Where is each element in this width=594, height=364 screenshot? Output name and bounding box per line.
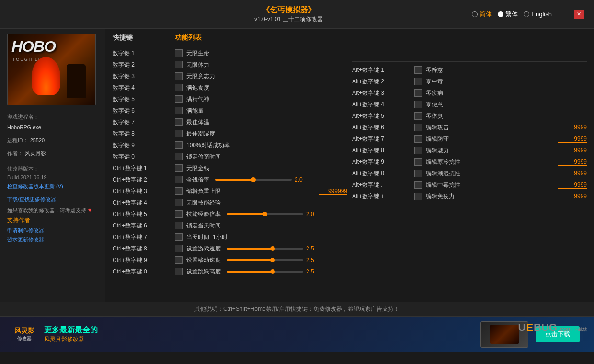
table-row: Alt+数字键 9编辑寒冷抗性: [352, 156, 587, 168]
shortcut-label: 数字键 0: [113, 153, 175, 161]
toggle-checkbox[interactable]: [414, 89, 422, 97]
toggle-checkbox[interactable]: [414, 78, 422, 85]
toggle-checkbox[interactable]: [175, 130, 183, 137]
table-row: Alt+数字键 3零疾病: [352, 87, 587, 99]
shortcut-label: Alt+数字键 8: [352, 147, 414, 155]
game-process-value: HoboRPG.exe: [7, 125, 41, 130]
toggle-checkbox[interactable]: [175, 245, 183, 252]
toggle-checkbox[interactable]: [175, 256, 183, 264]
edit-input[interactable]: [558, 182, 587, 189]
toggle-checkbox[interactable]: [175, 141, 183, 149]
edit-input[interactable]: [558, 147, 587, 154]
toggle-checkbox[interactable]: [175, 118, 183, 126]
toggle-checkbox[interactable]: [175, 187, 183, 195]
feature-name: 零疾病: [426, 89, 587, 97]
close-button[interactable]: ✕: [574, 10, 584, 19]
feature-name: 设置移动速度: [186, 256, 221, 264]
slider-thumb[interactable]: [263, 212, 267, 216]
support-author-link[interactable]: 支持作者: [7, 217, 30, 224]
edit-input[interactable]: [558, 193, 587, 200]
shortcut-label: Ctrl+数字键 6: [113, 222, 175, 230]
toggle-checkbox[interactable]: [414, 193, 422, 200]
slider-thumb[interactable]: [251, 177, 256, 182]
toggle-checkbox[interactable]: [175, 222, 183, 229]
table-row: Alt+数字键 7编辑防守: [352, 133, 587, 145]
slider-fill: [227, 213, 265, 215]
edit-input[interactable]: [558, 136, 587, 143]
feature-name: 零中毒: [426, 78, 587, 86]
table-row: Alt+数字键 8编辑魅力: [352, 145, 587, 156]
shortcut-label: Alt+数字键 .: [352, 181, 414, 189]
toggle-checkbox[interactable]: [414, 158, 422, 166]
toggle-checkbox[interactable]: [175, 61, 183, 68]
download-link[interactable]: 下载/查找更多修改器: [7, 196, 56, 202]
banner-text-area: 更多最新最全的 风灵月影修改器: [34, 325, 480, 343]
shortcut-label: Ctrl+数字键 7: [113, 233, 175, 241]
toggle-checkbox[interactable]: [175, 233, 183, 241]
slider-thumb[interactable]: [270, 246, 275, 251]
table-row: Ctrl+数字键 8设置游戏速度2.5: [113, 243, 347, 254]
uebug-com: .com: [559, 326, 572, 332]
request-link[interactable]: 申请制作修改器: [7, 228, 44, 233]
edit-input[interactable]: [558, 159, 587, 166]
toggle-checkbox[interactable]: [175, 176, 183, 183]
toggle-checkbox[interactable]: [414, 66, 422, 74]
slider-thumb[interactable]: [270, 269, 275, 274]
table-row: 数字键 2无限体力: [113, 59, 347, 70]
lang-fanti[interactable]: 繁体: [498, 10, 518, 19]
toggle-checkbox[interactable]: [175, 95, 183, 103]
feature-name: 最佳潮湿度: [186, 130, 347, 138]
slider-track[interactable]: [227, 248, 303, 250]
feature-name: 编辑负重上限: [186, 187, 319, 195]
shortcut-label: Ctrl+数字键 8: [113, 245, 175, 253]
edit-input[interactable]: [558, 124, 587, 131]
toggle-checkbox[interactable]: [175, 199, 183, 206]
edit-input[interactable]: [558, 170, 587, 177]
toggle-checkbox[interactable]: [175, 49, 183, 57]
slider-track[interactable]: [227, 271, 303, 273]
toggle-checkbox[interactable]: [414, 112, 422, 120]
slider-thumb[interactable]: [270, 258, 275, 262]
feature-name: 零体臭: [426, 112, 587, 120]
toggle-checkbox[interactable]: [414, 101, 422, 108]
feature-name: 技能经验倍率: [186, 210, 221, 218]
slider-value: 2.5: [306, 245, 320, 252]
toggle-checkbox[interactable]: [175, 84, 183, 91]
force-update-link[interactable]: 强求更新修改器: [7, 237, 44, 242]
uebug-bug: BUG: [534, 321, 557, 334]
toggle-checkbox[interactable]: [414, 181, 422, 189]
features-left-col: 数字键 1无限生命数字键 2无限体力数字键 3无限意志力数字键 4满饱食度数字键…: [113, 47, 347, 277]
toggle-checkbox[interactable]: [175, 153, 183, 160]
check-update-link[interactable]: 检查修改器版本更新 (V): [7, 183, 63, 189]
banner-ad: 风灵影 修改器 更多最新最全的 风灵月影修改器 点击下载 U E BUG .co…: [0, 316, 594, 352]
feature-name: 零便意: [426, 101, 587, 109]
slider-track[interactable]: [227, 259, 303, 261]
edit-input[interactable]: [319, 188, 347, 195]
shortcut-label: Alt+数字键 4: [352, 101, 414, 109]
toggle-checkbox[interactable]: [175, 72, 183, 80]
author-value: 风灵月影: [25, 150, 46, 156]
feature-name: 编辑免疫力: [426, 193, 558, 201]
slider-value: 2.0: [306, 211, 320, 217]
table-row: Alt+数字键 +编辑免疫力: [352, 191, 587, 202]
lang-english[interactable]: English: [524, 11, 552, 18]
toggle-checkbox[interactable]: [414, 170, 422, 177]
banner-title: 更多最新最全的: [44, 325, 471, 335]
toggle-checkbox[interactable]: [175, 268, 183, 275]
toggle-checkbox[interactable]: [175, 164, 183, 172]
process-id-value: 25520: [30, 137, 45, 143]
lang-jianti[interactable]: 简体: [472, 10, 492, 19]
slider-track[interactable]: [227, 213, 303, 215]
table-row: 数字键 5满精气神: [113, 93, 347, 105]
table-row: 数字键 3无限意志力: [113, 70, 347, 82]
slider-track[interactable]: [215, 179, 292, 181]
toggle-checkbox[interactable]: [414, 147, 422, 154]
radio-fanti: [498, 11, 503, 17]
shortcut-label: Alt+数字键 5: [352, 112, 414, 120]
toggle-checkbox[interactable]: [175, 107, 183, 114]
toggle-checkbox[interactable]: [175, 210, 183, 218]
shortcut-label: Alt+数字键 1: [352, 66, 414, 74]
toggle-checkbox[interactable]: [414, 135, 422, 143]
toggle-checkbox[interactable]: [414, 124, 422, 131]
minimize-button[interactable]: —: [558, 10, 568, 19]
